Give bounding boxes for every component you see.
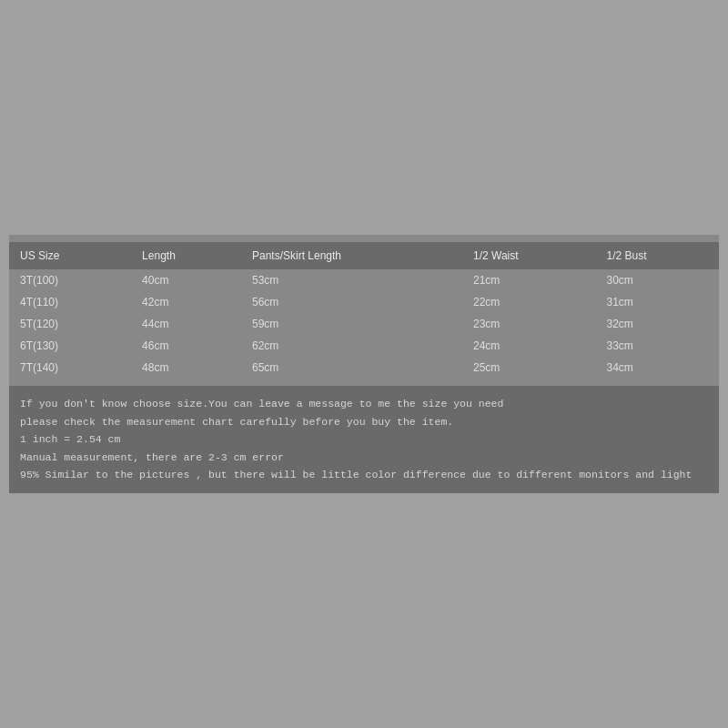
table-cell: 32cm [596, 313, 720, 335]
table-cell: 31cm [596, 291, 720, 313]
size-chart-section: US SizeLengthPants/Skirt Length1/2 Waist… [9, 235, 719, 386]
table-cell: 25cm [462, 357, 596, 379]
notes-section: If you don't know choose size.You can le… [9, 386, 719, 493]
table-cell: 30cm [596, 269, 720, 291]
table-cell: 44cm [131, 313, 241, 335]
table-cell: 46cm [131, 335, 241, 357]
note-line: 95% Similar to the pictures , but there … [20, 466, 708, 484]
table-cell: 7T(140) [9, 357, 131, 379]
table-cell: 33cm [596, 335, 720, 357]
table-cell: 65cm [241, 357, 462, 379]
note-line: please check the measurement chart caref… [20, 413, 708, 431]
table-row: 6T(130)46cm62cm24cm33cm [9, 335, 719, 357]
table-cell: 53cm [241, 269, 462, 291]
size-chart-table: US SizeLengthPants/Skirt Length1/2 Waist… [9, 242, 719, 379]
table-cell: 24cm [462, 335, 596, 357]
table-cell: 40cm [131, 269, 241, 291]
table-row: 3T(100)40cm53cm21cm30cm [9, 269, 719, 291]
table-cell: 48cm [131, 357, 241, 379]
table-cell: 6T(130) [9, 335, 131, 357]
table-header-cell: 1/2 Bust [596, 242, 720, 269]
table-cell: 62cm [241, 335, 462, 357]
table-row: 5T(120)44cm59cm23cm32cm [9, 313, 719, 335]
table-cell: 21cm [462, 269, 596, 291]
page-wrapper: US SizeLengthPants/Skirt Length1/2 Waist… [0, 0, 728, 728]
table-cell: 5T(120) [9, 313, 131, 335]
table-cell: 3T(100) [9, 269, 131, 291]
table-cell: 56cm [241, 291, 462, 313]
table-row: 7T(140)48cm65cm25cm34cm [9, 357, 719, 379]
table-cell: 34cm [596, 357, 720, 379]
table-cell: 59cm [241, 313, 462, 335]
table-cell: 23cm [462, 313, 596, 335]
table-body: 3T(100)40cm53cm21cm30cm4T(110)42cm56cm22… [9, 269, 719, 379]
table-header-cell: Length [131, 242, 241, 269]
table-cell: 42cm [131, 291, 241, 313]
table-header: US SizeLengthPants/Skirt Length1/2 Waist… [9, 242, 719, 269]
table-header-cell: Pants/Skirt Length [241, 242, 462, 269]
note-line: Manual measurement, there are 2-3 cm err… [20, 449, 708, 467]
table-cell: 22cm [462, 291, 596, 313]
note-line: 1 inch = 2.54 cm [20, 430, 708, 449]
table-header-cell: 1/2 Waist [462, 242, 596, 269]
table-cell: 4T(110) [9, 291, 131, 313]
note-line: If you don't know choose size.You can le… [20, 395, 708, 413]
header-row: US SizeLengthPants/Skirt Length1/2 Waist… [9, 242, 719, 269]
table-header-cell: US Size [9, 242, 131, 269]
table-row: 4T(110)42cm56cm22cm31cm [9, 291, 719, 313]
